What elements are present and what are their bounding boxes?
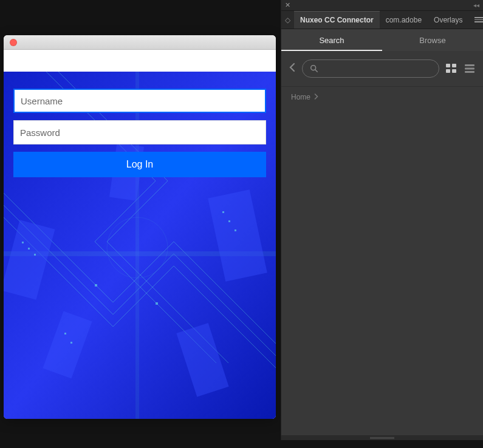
- password-input[interactable]: [13, 120, 266, 144]
- panel-close-icon[interactable]: ✕: [285, 2, 290, 8]
- breadcrumb-home[interactable]: Home: [291, 93, 310, 101]
- svg-rect-18: [156, 302, 158, 305]
- hamburger-icon: [474, 17, 483, 22]
- svg-rect-27: [465, 71, 474, 73]
- svg-rect-7: [22, 242, 24, 243]
- panel-tab-bar: ◇ Nuxeo CC Connector com.adobe Overlays: [281, 11, 483, 29]
- panel-top-bar: ✕ ◂◂: [281, 0, 483, 11]
- svg-rect-14: [70, 342, 72, 344]
- svg-rect-26: [465, 68, 474, 70]
- panel-menu-button[interactable]: [468, 17, 483, 22]
- svg-rect-12: [235, 229, 236, 231]
- svg-rect-17: [95, 284, 97, 287]
- tab-com-adobe[interactable]: com.adobe: [380, 11, 428, 29]
- svg-rect-24: [452, 69, 456, 73]
- svg-rect-11: [228, 220, 230, 222]
- extension-panel: ✕ ◂◂ ◇ Nuxeo CC Connector com.adobe Over…: [281, 0, 483, 440]
- sub-tab-browse[interactable]: Browse: [382, 29, 483, 51]
- chevron-right-icon: [314, 93, 318, 101]
- svg-rect-10: [222, 211, 224, 213]
- login-button[interactable]: Log In: [13, 152, 266, 177]
- back-chevron-icon[interactable]: [289, 63, 296, 75]
- window-close-button[interactable]: [10, 39, 17, 46]
- sub-tab-search[interactable]: Search: [281, 29, 382, 51]
- breadcrumb: Home: [281, 87, 483, 107]
- svg-rect-21: [446, 64, 450, 67]
- tab-nuxeo-connector[interactable]: Nuxeo CC Connector: [294, 11, 380, 29]
- search-input[interactable]: [322, 64, 431, 73]
- window-titlebar[interactable]: [4, 35, 276, 50]
- svg-rect-25: [465, 64, 474, 66]
- list-view-icon[interactable]: [464, 63, 476, 75]
- svg-rect-8: [28, 248, 30, 249]
- username-input[interactable]: [13, 89, 266, 113]
- svg-rect-22: [452, 64, 456, 67]
- svg-rect-23: [446, 69, 450, 73]
- search-box[interactable]: [302, 59, 439, 78]
- search-toolbar: [281, 51, 483, 87]
- svg-rect-13: [64, 333, 66, 334]
- svg-rect-9: [34, 254, 36, 256]
- panel-collapse-icon[interactable]: ◂◂: [473, 2, 479, 8]
- grip-icon[interactable]: ◇: [281, 16, 294, 24]
- svg-line-20: [315, 70, 318, 72]
- resize-handle[interactable]: [281, 435, 483, 440]
- login-window: Log In: [4, 35, 276, 419]
- tab-overlays[interactable]: Overlays: [428, 11, 468, 29]
- login-body: Log In: [4, 72, 276, 419]
- sub-tab-bar: Search Browse: [281, 29, 483, 51]
- grip-lines-icon: [370, 437, 394, 439]
- grid-view-icon[interactable]: [445, 63, 457, 75]
- login-header: [4, 50, 276, 72]
- login-form: Log In: [13, 89, 266, 177]
- search-icon: [310, 64, 318, 73]
